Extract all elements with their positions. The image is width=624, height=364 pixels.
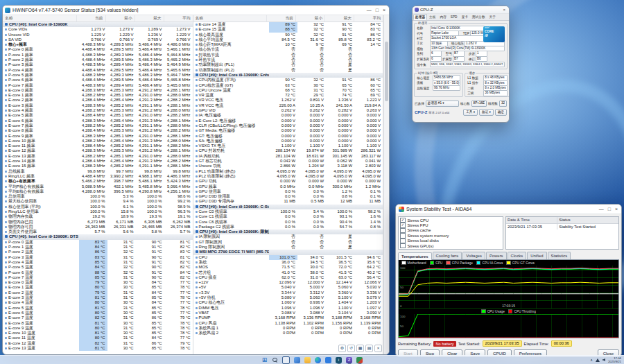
- sensor-row[interactable]: IA: 电压偏移 0.000 V 0.000 V 0.000 V 0.000 V: [193, 113, 383, 118]
- log-row[interactable]: 2023/9/21 17:03:35 Stability Test Starte…: [506, 224, 618, 229]
- sensor-row[interactable]: P-core 4 频率 4,488.4 MHz 4,289.5 MHz 5,48…: [3, 68, 193, 73]
- sensor-row[interactable]: 核心距TjMAX距离 10 °C 9 °C 69 °C 14 °C: [193, 42, 383, 47]
- sensor-row[interactable]: E-core 15 频率 4,288.3 MHz 4,285.2 MHz 4,2…: [3, 164, 193, 168]
- sensor-row[interactable]: 核心平均温度 84.5 °C 31.6 °C 89.8 °C 83.2 °C: [193, 37, 383, 42]
- sensor-row[interactable]: E-core 4 温度 80 °C 30 °C 84 °C 77 °C: [3, 300, 193, 305]
- aida-tab[interactable]: Statistics: [548, 252, 571, 259]
- maximize-icon[interactable]: □: [608, 207, 611, 211]
- aida-tab[interactable]: Unified: [527, 252, 546, 259]
- stress-option[interactable]: ✓ Stress FPU: [400, 223, 501, 227]
- sensor-row[interactable]: E-core 5 温度 81 °C 31 °C 85 °C 78 °C: [3, 306, 193, 311]
- network-icon[interactable]: [596, 358, 600, 362]
- sensor-row[interactable]: P-core 1 频率 4,488.3 MHz 4,289.3 MHz 5,48…: [3, 53, 193, 58]
- sensor-row[interactable]: E-core 8 温度 81 °C 30 °C 85 °C 78 °C: [3, 321, 193, 326]
- sensor-row[interactable]: E-core 6 温度 80 °C 30 °C 85 °C 77 °C: [3, 311, 193, 315]
- aida-tab[interactable]: Powers: [486, 252, 507, 259]
- sensor-row[interactable]: GPU VID 0.262 V 0.262 V 0.282 V 0.263 V: [193, 108, 383, 113]
- aida-tab[interactable]: Cooling fans: [433, 252, 462, 259]
- sensor-row[interactable]: Uncore VID 1.229 V 1.229 V 1.236 V 1.229…: [3, 33, 193, 37]
- sensor-row[interactable]: 物理内存可用 26,363 MB 26,331 MB 26,465 MB 26,…: [3, 225, 193, 229]
- sensor-row[interactable]: 核心+频率 4,488.3 MHz 4,289.5 MHz 5,486.4 MH…: [3, 42, 193, 47]
- sensor-row[interactable]: CPU [#0]: Intel Core i9-13900K: 限制原因: [193, 229, 383, 234]
- sensor-row[interactable]: E-core 11 温度 80 °C 31 °C 84 °C 77 °C: [3, 336, 193, 340]
- processor-select[interactable]: 处理器 #1 ▾: [426, 101, 459, 107]
- sensor-row[interactable]: GT 核芯功耗 0.043 W 0.000 W 0.062 W 0.041 W: [193, 159, 383, 164]
- sensor-column-headers[interactable]: 名称 当前 最小 最大 平均: [193, 15, 383, 22]
- col-name[interactable]: 名称: [196, 15, 267, 21]
- sensor-row[interactable]: GT: 电压偏移 0.000 V 0.000 V 0.000 V 0.000 V: [193, 134, 383, 139]
- sensor-row[interactable]: P-core 5 频率 4,488.3 MHz 4,289.3 MHz 5,48…: [3, 73, 193, 78]
- sensor-row[interactable]: GPU 频率 0.0 MHz 0.0 MHz 300.0 MHz 1.2 MHz: [193, 184, 383, 189]
- edge-icon[interactable]: [315, 357, 321, 363]
- sensor-column-headers[interactable]: 名称 当前 最小 最大 平均: [3, 15, 193, 22]
- sensor-row[interactable]: 平均E核心有效频率 4,288.0 MHz 396.5 MHz 4,290.8 …: [3, 189, 193, 194]
- toolbar-button-icon[interactable]: ↺: [347, 345, 355, 352]
- sensor-row[interactable]: E-core 10 温度 81 °C 30 °C 85 °C 78 °C: [3, 331, 193, 336]
- col-min[interactable]: 最小: [105, 15, 135, 21]
- sensor-row[interactable]: 页面文件使用率 5.7 % 5.6 % 5.8 % 5.7 %: [3, 229, 193, 234]
- sensor-row[interactable]: P-core 2 频率 4,488.4 MHz 4,289.5 MHz 5,48…: [3, 58, 193, 62]
- sensor-row[interactable]: E-core 0 频率 4,288.3 MHz 4,285.3 MHz 4,29…: [3, 88, 193, 93]
- col-avg[interactable]: 平均: [354, 15, 383, 21]
- sensor-row[interactable]: 系统 36.0 °C 34.5 °C 36.5 °C 35.6 °C: [193, 260, 383, 265]
- scrollbar-thumb[interactable]: [385, 42, 388, 101]
- sensor-row[interactable]: Core C6 残留率 0.0 % 0.0 % 90.4 % 1.4 %: [193, 220, 383, 225]
- sensor-row[interactable]: E-core 2 频率 4,288.4 MHz 4,285.4 MHz 4,29…: [3, 98, 193, 103]
- aida64-title-bar[interactable]: System Stability Test - AIDA64 — □ ×: [396, 205, 621, 214]
- sensor-row[interactable]: PL2 功率限制 (静态) 4,095.0 W 4,095.0 W 4,095.…: [193, 174, 383, 179]
- stress-option[interactable]: Stress GPU(s): [400, 243, 501, 248]
- taskbar-clock[interactable]: 17:04 2023/9/21: [608, 356, 621, 363]
- toolbar-button-icon[interactable]: ▦: [356, 345, 364, 352]
- ok-button[interactable]: 确定: [495, 109, 507, 116]
- stress-option[interactable]: Stress cache: [400, 228, 501, 233]
- col-current[interactable]: 当前: [266, 15, 295, 21]
- sensor-row[interactable]: GT 限制原因 否 否 否: [193, 240, 383, 245]
- sensor-row[interactable]: E-Core L2: 电压偏移 0.000 V 0.000 V 0.000 V …: [193, 119, 383, 123]
- sensor-row[interactable]: E-core 7 温度 82 °C 31 °C 86 °C 79 °C: [3, 315, 193, 320]
- toolbar-button-icon[interactable]: ×: [374, 345, 382, 352]
- sensor-row[interactable]: IA 内核功耗 281.104 W 18.631 W 301.145 W 283…: [193, 154, 383, 159]
- sensor-row[interactable]: 功率限制超出 (PL1) 否 否 是: [193, 62, 383, 67]
- sensor-row[interactable]: Core C1 残留率 0.0 % 0.0 % 93.1 % 1.6 %: [193, 214, 383, 219]
- sensor-row[interactable]: 总线频率 99.8 MHz 99.7 MHz 99.8 MHz 99.8 MHz: [3, 169, 193, 174]
- sensor-row[interactable]: E-core 15 温度 88 °C 32 °C 90 °C 83 °C: [193, 27, 383, 32]
- sensor-row[interactable]: P-core 3 频率 4,488.3 MHz 4,289.4 MHz 5,48…: [3, 62, 193, 67]
- sensor-row[interactable]: 物理内存负载 19.2 % 18.9 % 19.3 % 19.1 %: [3, 214, 193, 219]
- store-icon[interactable]: [325, 357, 331, 363]
- sensor-row[interactable]: GPU 功耗 0.000 W 0.000 W 0.000 W 0.000 W: [193, 179, 383, 184]
- sensor-row[interactable]: Ring/LLC 频率 4,488.4 MHz 3,990.2 MHz 4,98…: [3, 174, 193, 179]
- sensor-row[interactable]: E-core 2 温度 79 °C 31 °C 84 °C 77 °C: [3, 291, 193, 295]
- cpuz-tab[interactable]: 关于: [487, 14, 498, 20]
- tools-button[interactable]: 工具 ▾: [463, 109, 478, 116]
- sensor-row[interactable]: E-core 9 频率 4,288.3 MHz 4,285.1 MHz 4,29…: [3, 134, 193, 139]
- sensor-row[interactable]: E-core 14 温度 89 °C 32 °C 91 °C 84 °C: [193, 22, 383, 27]
- sensor-row[interactable]: E-core 11 频率 4,288.4 MHz 4,285.2 MHz 4,2…: [3, 144, 193, 148]
- sensor-row[interactable]: E-core 9 温度 80 °C 31 °C 85 °C 78 °C: [3, 326, 193, 331]
- sensor-row[interactable]: E-core 7 频率 4,288.2 MHz 4,285.2 MHz 4,29…: [3, 123, 193, 128]
- sensor-row[interactable]: 核心最高温度 90 °C 32 °C 91 °C 86 °C: [193, 33, 383, 37]
- cpuz-tab[interactable]: 测试分数: [470, 14, 487, 20]
- sensor-row[interactable]: Ring 限制原因 否 否 是: [193, 245, 383, 250]
- sensor-row[interactable]: CPU核芯温度 (GT) 63 °C 30 °C 65 °C 60 °C: [193, 83, 383, 88]
- minimize-icon[interactable]: —: [367, 8, 372, 12]
- scrollbar[interactable]: [383, 15, 389, 355]
- sensor-row[interactable]: IA 限制原因 否 否 是: [193, 234, 383, 239]
- close-icon[interactable]: ×: [383, 8, 385, 12]
- cpuz-tab[interactable]: 主板: [427, 14, 437, 20]
- sensor-row[interactable]: 环热节流 否 否 否: [193, 58, 383, 62]
- sensor-row[interactable]: SA: 电压偏移 0.000 V 0.000 V 0.000 V 0.000 V: [193, 139, 383, 144]
- sensor-row[interactable]: 封装热节流 否 否 否: [193, 53, 383, 58]
- sensor-row[interactable]: +3.3V 3.344 V 3.312 V 3.360 V 3.336 V: [193, 291, 383, 295]
- file-explorer-icon[interactable]: [304, 357, 311, 363]
- sensor-row[interactable]: P-core 7 温度 85 °C 31 °C 90 °C 82 °C: [3, 275, 193, 280]
- sensor-row[interactable]: Uncore 功耗 2.866 W 1.204 W 3.118 W 2.803 …: [193, 164, 383, 168]
- sensor-row[interactable]: CPU 101.0 °C 34.0 °C 101.5 °C 94.6 °C: [193, 255, 383, 260]
- sensor-row[interactable]: P-core 0 温度 83 °C 31 °C 90 °C 81 °C: [3, 240, 193, 245]
- sensor-row[interactable]: +5V 5.040 V 5.000 V 5.060 V 5.030 V: [193, 285, 383, 290]
- sensor-row[interactable]: E-core 3 温度 81 °C 31 °C 85 °C 78 °C: [3, 295, 193, 300]
- col-name[interactable]: 名称: [5, 15, 76, 21]
- sensor-row[interactable]: CPU Uncore 温度 68 °C 31 °C 70 °C 65 °C: [193, 88, 383, 93]
- sensor-row[interactable]: E-core 12 频率 4,288.3 MHz 4,285.3 MHz 4,2…: [3, 148, 193, 153]
- widgets-icon[interactable]: [294, 357, 300, 363]
- sensor-row[interactable]: PUMP 3,168 RPM 3,136 RPM 3,188 RPM 3,168…: [193, 315, 383, 320]
